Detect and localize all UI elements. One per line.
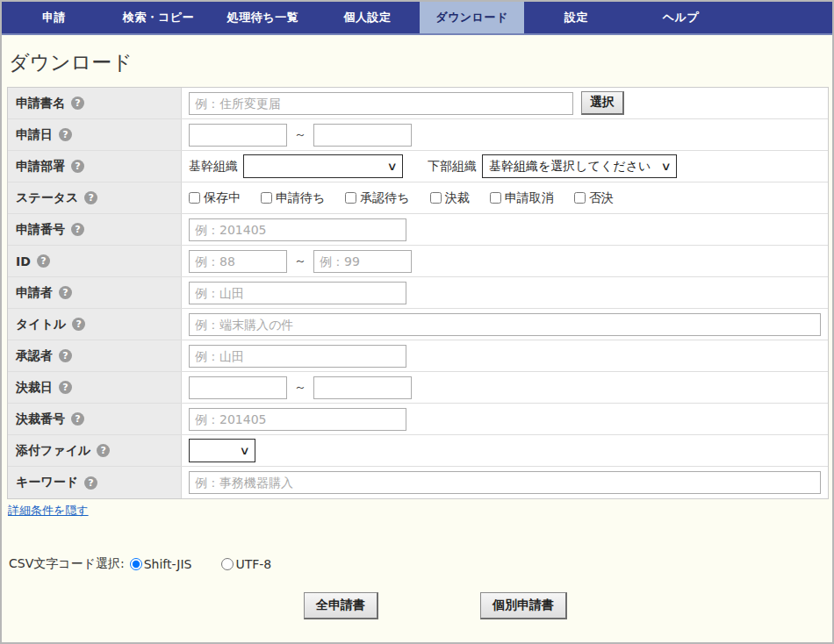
approver-input[interactable] — [189, 345, 406, 368]
applicant-input[interactable] — [189, 282, 406, 304]
applicant-label: 申請者 ? — [8, 277, 182, 308]
id-to-input[interactable] — [313, 250, 412, 273]
help-icon[interactable]: ? — [37, 254, 50, 268]
title-value — [182, 309, 828, 340]
checkbox-waiting-apply[interactable] — [261, 192, 272, 204]
decision-date-label-text: 決裁日 — [16, 380, 53, 396]
nav-tab-personal-settings[interactable]: 個人設定 — [315, 2, 420, 33]
form-name-input[interactable] — [189, 92, 573, 115]
core-org-select[interactable]: ∨ — [243, 154, 403, 178]
nav-tab-settings[interactable]: 設定 — [524, 2, 629, 33]
action-button-row: 全申請書 個別申請書 — [7, 592, 827, 619]
id-range-separator: ～ — [294, 254, 306, 269]
row-department: 申請部署 ? 基幹組織 ∨ 下部組織 基幹組織を選択してください ∨ — [8, 151, 828, 182]
id-label: ID ? — [8, 246, 182, 276]
csv-radio-shift-jis[interactable]: Shift-JIS — [130, 557, 192, 571]
id-from-input[interactable] — [189, 250, 287, 273]
nav-tab-application[interactable]: 申請 — [2, 2, 106, 33]
radio-utf8[interactable] — [221, 558, 234, 570]
checkbox-decided-label: 決裁 — [445, 190, 470, 206]
status-checkbox-cancelled[interactable]: 申請取消 — [490, 190, 554, 206]
row-approver: 承認者 ? — [8, 340, 828, 372]
help-icon[interactable]: ? — [71, 160, 84, 173]
nav-tab-help[interactable]: ヘルプ — [629, 2, 733, 33]
help-icon[interactable]: ? — [59, 349, 72, 362]
form-name-label-text: 申請書名 — [16, 96, 65, 111]
search-condition-form: 申請書名 ? 選択 申請日 ? ～ — [7, 87, 829, 499]
chevron-down-icon: ∨ — [240, 444, 250, 457]
department-label: 申請部署 ? — [8, 151, 182, 182]
help-icon[interactable]: ? — [84, 476, 97, 490]
status-checkbox-waiting-approval[interactable]: 承認待ち — [345, 190, 409, 206]
help-icon[interactable]: ? — [72, 318, 85, 331]
status-checkbox-group: 保存中 申請待ち 承認待ち 決裁 — [182, 182, 828, 213]
checkbox-cancelled[interactable] — [490, 192, 501, 204]
core-org-label: 基幹組織 — [189, 159, 238, 175]
nav-tab-download[interactable]: ダウンロード — [420, 2, 524, 33]
form-name-label: 申請書名 ? — [8, 88, 182, 118]
keyword-input[interactable] — [189, 471, 821, 494]
status-checkbox-rejected[interactable]: 否決 — [574, 190, 614, 206]
attachment-label-text: 添付ファイル — [16, 443, 90, 459]
row-apply-date: 申請日 ? ～ — [8, 119, 828, 151]
help-icon[interactable]: ? — [71, 412, 84, 426]
csv-encoding-label: CSV文字コード選択: — [9, 556, 125, 572]
radio-shift-jis-label: Shift-JIS — [144, 557, 192, 571]
approver-label: 承認者 ? — [8, 340, 182, 371]
row-apply-number: 申請番号 ? — [8, 214, 828, 246]
help-icon[interactable]: ? — [71, 97, 84, 110]
decision-date-to-input[interactable] — [313, 376, 412, 399]
help-icon[interactable]: ? — [97, 444, 110, 457]
form-name-select-button[interactable]: 選択 — [581, 91, 624, 115]
checkbox-decided[interactable] — [430, 192, 442, 204]
status-checkbox-decided[interactable]: 決裁 — [430, 190, 470, 206]
row-decision-date: 決裁日 ? ～ — [8, 372, 828, 404]
help-icon[interactable]: ? — [59, 286, 72, 299]
title-input[interactable] — [189, 313, 821, 336]
help-icon[interactable]: ? — [71, 223, 84, 236]
applicant-label-text: 申請者 — [16, 285, 53, 301]
attachment-select[interactable]: ∨ — [189, 439, 255, 462]
decision-number-label: 決裁番号 ? — [8, 404, 182, 434]
status-checkbox-waiting-apply[interactable]: 申請待ち — [261, 190, 325, 206]
help-icon[interactable]: ? — [84, 191, 97, 204]
status-label-text: ステータス — [16, 190, 78, 206]
all-forms-button[interactable]: 全申請書 — [304, 592, 378, 619]
help-icon[interactable]: ? — [59, 128, 72, 141]
checkbox-saved[interactable] — [189, 192, 200, 204]
row-decision-number: 決裁番号 ? — [8, 404, 828, 435]
csv-radio-utf8[interactable]: UTF-8 — [221, 557, 271, 571]
apply-number-label: 申請番号 ? — [8, 214, 182, 245]
apply-number-input[interactable] — [189, 218, 406, 241]
id-label-text: ID — [16, 254, 31, 268]
keyword-label: キーワード ? — [8, 467, 182, 498]
checkbox-waiting-approval[interactable] — [345, 192, 356, 204]
decision-number-input[interactable] — [189, 408, 406, 431]
keyword-label-text: キーワード — [16, 475, 78, 490]
radio-utf8-label: UTF-8 — [235, 557, 271, 571]
hide-details-link[interactable]: 詳細条件を隠す — [8, 503, 89, 519]
apply-date-from-input[interactable] — [189, 124, 287, 147]
chevron-down-icon: ∨ — [661, 160, 672, 173]
download-page: 申請 検索・コピー 処理待ち一覧 個人設定 ダウンロード 設定 ヘルプ ダウンロ… — [0, 0, 834, 644]
checkbox-waiting-apply-label: 申請待ち — [276, 190, 325, 206]
nav-tab-search-copy[interactable]: 検索・コピー — [106, 2, 211, 33]
form-name-value: 選択 — [182, 88, 828, 118]
sub-org-select[interactable]: 基幹組織を選択してください ∨ — [482, 154, 677, 178]
status-checkbox-saved[interactable]: 保存中 — [189, 190, 241, 206]
decision-date-from-input[interactable] — [189, 376, 287, 399]
approver-label-text: 承認者 — [16, 348, 53, 364]
apply-date-to-input[interactable] — [313, 124, 412, 147]
nav-tab-pending-list[interactable]: 処理待ち一覧 — [211, 2, 315, 33]
csv-encoding-row: CSV文字コード選択: Shift-JIS UTF-8 — [9, 556, 827, 572]
page-content: ダウンロード 申請書名 ? 選択 申請日 ? — [2, 49, 832, 619]
decision-date-value: ～ — [182, 372, 828, 403]
individual-forms-button[interactable]: 個別申請書 — [480, 592, 567, 619]
checkbox-saved-label: 保存中 — [204, 190, 241, 206]
apply-date-value: ～ — [182, 119, 828, 150]
help-icon[interactable]: ? — [59, 381, 72, 394]
checkbox-rejected[interactable] — [574, 192, 586, 204]
row-title: タイトル ? — [8, 309, 828, 340]
radio-shift-jis[interactable] — [130, 558, 142, 570]
attachment-label: 添付ファイル ? — [8, 435, 182, 466]
